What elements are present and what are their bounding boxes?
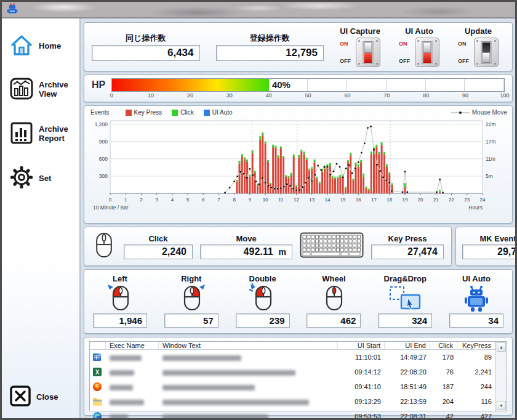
- legend-label: Key Press: [134, 109, 162, 116]
- svg-text:2: 2: [140, 197, 143, 203]
- registered-operations-counter: 登録操作数 12,795: [216, 33, 324, 61]
- svg-text:300: 300: [99, 173, 108, 179]
- mouse-right-click-icon: [177, 283, 206, 313]
- mouse-stat-right: Right 57: [164, 274, 218, 328]
- table-row[interactable]: 09:41:10 18:51:49 187 244: [90, 379, 495, 394]
- keypress-count: 427: [457, 413, 495, 420]
- col-keypress[interactable]: KeyPress: [457, 342, 495, 349]
- mouse-stat-label: Right: [181, 274, 201, 283]
- toggle-switch[interactable]: [474, 38, 499, 67]
- svg-text:17m: 17m: [486, 139, 496, 145]
- toggle-label: Update: [465, 26, 492, 36]
- table-row[interactable]: 09:13:29 22:13:59 204 116: [90, 394, 495, 409]
- mouse-stat-label: Double: [249, 274, 276, 283]
- same-operations-label: 同じ操作数: [92, 33, 200, 44]
- svg-text:22m: 22m: [486, 121, 496, 127]
- hp-label: HP: [92, 79, 105, 91]
- scroll-up-button[interactable]: ▲: [497, 342, 506, 352]
- svg-text:14: 14: [324, 197, 330, 203]
- col-exec-name[interactable]: Exec Name: [106, 342, 159, 349]
- mk-event-value: 29,714: [462, 244, 517, 259]
- mouse-stat-label: Left: [113, 274, 127, 283]
- window-text-redacted: [159, 383, 338, 390]
- move-label: Move: [200, 234, 292, 243]
- close-button[interactable]: Close: [9, 385, 77, 410]
- col-ui-start[interactable]: UI Start: [338, 342, 385, 349]
- key-press-swatch: [126, 110, 132, 116]
- svg-text:6: 6: [202, 197, 205, 203]
- sidebar-item-label: Archive View: [39, 81, 77, 99]
- click-swatch: [172, 110, 178, 116]
- col-window-text[interactable]: Window Text: [159, 342, 338, 349]
- excel-app-icon: X: [92, 367, 102, 377]
- svg-text:16: 16: [356, 197, 361, 203]
- events-chart: 3005m60011m90017m1,20022m012345678910111…: [88, 116, 508, 216]
- legend-label: UI Auto: [212, 109, 233, 116]
- on-label: ON: [340, 41, 348, 47]
- svg-text:900: 900: [99, 139, 108, 145]
- registered-operations-value: 12,795: [216, 45, 324, 61]
- sidebar-item-archive-view[interactable]: Archive View: [9, 76, 77, 103]
- col-ui-end[interactable]: UI End: [385, 342, 430, 349]
- toggle-ui-auto: UI Auto ON OFF: [399, 26, 439, 67]
- hp-tick: 40: [266, 92, 272, 99]
- keypress-count: 89: [457, 353, 495, 361]
- svg-text:23: 23: [464, 197, 470, 203]
- off-label: OFF: [340, 58, 351, 64]
- off-label: OFF: [399, 58, 410, 64]
- close-icon: [9, 385, 31, 410]
- ui-start-value: 09:41:10: [338, 383, 385, 390]
- window-text-redacted: [159, 398, 338, 405]
- icon-column-header: [90, 342, 106, 349]
- drag-drop-icon: [388, 283, 422, 313]
- keypress-count: 116: [457, 398, 495, 405]
- events-axis-label: Events: [90, 109, 110, 116]
- chart-legend-row: Events Key Press Click UI Auto: [88, 108, 508, 116]
- click-move-keypress-panel: Click 2,240 Move 492.11 m Key Press 27,4…: [84, 227, 452, 266]
- hp-tick: 60: [344, 92, 350, 99]
- exec-name-redacted: [106, 413, 159, 420]
- table-row[interactable]: 09:53:53 22:08:31 42 427: [90, 409, 495, 420]
- toggle-group: UI Capture ON OFF UI Auto ON OFF Update …: [340, 26, 505, 67]
- toggle-switch[interactable]: [356, 38, 380, 67]
- svg-text:X: X: [95, 369, 100, 376]
- toggle-switch[interactable]: [415, 38, 439, 67]
- ui-start-value: 09:53:53: [338, 413, 385, 420]
- click-count: 187: [430, 383, 457, 390]
- scroll-down-button[interactable]: ▼: [497, 401, 506, 410]
- keyboard-icon: [300, 232, 364, 260]
- firefox-app-icon: [92, 382, 102, 392]
- svg-text:11: 11: [278, 197, 284, 203]
- spreadsheet-edit-app-icon: [92, 352, 102, 362]
- mouse-stat-left: Left 1,946: [93, 274, 147, 328]
- table-header: Exec Name Window Text UI Start UI End Cl…: [90, 342, 495, 350]
- mouse-stat-value: 57: [164, 313, 218, 328]
- hp-tick: 100: [500, 92, 509, 99]
- click-count: 204: [430, 398, 457, 405]
- app-window: Home Archive View: [0, 0, 517, 420]
- mouse-move-label: Mouse Move: [472, 109, 507, 116]
- hp-track: 40%: [111, 78, 505, 92]
- col-click[interactable]: Click: [430, 342, 457, 349]
- svg-text:15: 15: [340, 197, 346, 203]
- archive-view-icon: [9, 76, 34, 103]
- sidebar-item-home[interactable]: Home: [9, 33, 77, 59]
- table-row[interactable]: 11:10:01 14:49:27 178 89: [90, 350, 495, 365]
- events-chart-panel: Events Key Press Click UI Auto: [84, 105, 513, 224]
- hp-tick: 20: [187, 92, 193, 99]
- table-row[interactable]: X 09:14:12 22:08:20 76 2,241: [90, 365, 495, 379]
- mouse-stat-double: Double 239: [236, 274, 290, 328]
- same-operations-value: 6,434: [92, 45, 200, 61]
- sidebar-item-archive-report[interactable]: Archive Report: [9, 121, 77, 148]
- ui-end-value: 22:08:20: [385, 368, 430, 376]
- mouse-stat-value: 34: [449, 313, 503, 328]
- mouse-stat-value: 462: [307, 313, 361, 328]
- activity-table: Exec Name Window Text UI Start UI End Cl…: [89, 341, 507, 411]
- key-press-stat: Key Press 27,474: [371, 234, 444, 259]
- hp-fill: [112, 79, 269, 91]
- sidebar-item-set[interactable]: Set: [9, 165, 77, 192]
- table-scrollbar[interactable]: ▲ ▼: [495, 342, 507, 411]
- svg-text:4: 4: [171, 197, 174, 203]
- click-count: 76: [430, 368, 457, 376]
- counters-panel: 同じ操作数 6,434 登録操作数 12,795 UI Capture ON O…: [84, 22, 513, 71]
